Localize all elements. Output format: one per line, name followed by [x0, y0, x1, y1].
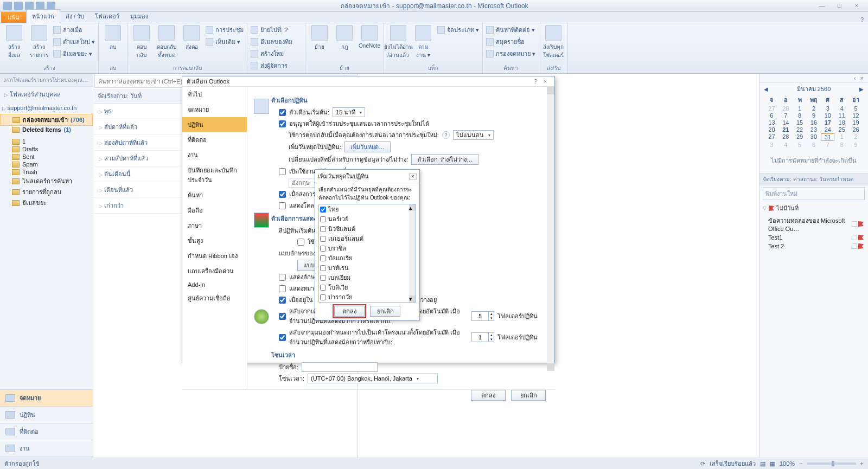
ribbon-small-button[interactable]: อีเมลขยะ ▾	[53, 49, 95, 59]
show-free-checkbox[interactable]	[279, 297, 286, 304]
calendar-day[interactable]: 27	[765, 133, 778, 141]
category-box[interactable]	[852, 221, 857, 227]
close-button[interactable]: ×	[850, 2, 864, 10]
calendar-day[interactable]: 9	[807, 112, 821, 119]
holiday-checkbox[interactable]	[320, 226, 326, 232]
calendar-day[interactable]: 5	[849, 105, 863, 112]
holiday-country-item[interactable]: นิวซีแลนด์	[319, 224, 416, 234]
tz-select[interactable]: (UTC+07:00) Bangkok, Hanoi, Jakarta	[308, 374, 438, 383]
calendar-day[interactable]: 9	[849, 142, 863, 148]
flag-icon[interactable]	[858, 235, 864, 240]
calendar-day[interactable]: 22	[793, 126, 807, 133]
holiday-country-item[interactable]: ไทย	[319, 204, 416, 214]
ribbon-small-button[interactable]: ค้นหาที่ติดต่อ ▾	[486, 25, 535, 35]
calendar-day[interactable]: 23	[807, 126, 821, 133]
minimize-button[interactable]: —	[815, 2, 829, 10]
ribbon-small-button[interactable]: ส่งผู้จัดการ	[251, 61, 302, 70]
options-sidebar-item[interactable]: ปฏิทิน	[182, 117, 247, 132]
category-box[interactable]	[852, 243, 857, 249]
calendar-day[interactable]: 2	[849, 133, 863, 141]
options-sidebar-item[interactable]: ภาษา	[182, 218, 247, 233]
nav-folder[interactable]: Sent	[0, 153, 93, 160]
nav-category[interactable]: จดหมาย	[0, 389, 93, 406]
todo-close-icon[interactable]: ×	[858, 75, 866, 81]
nav-folder[interactable]: โฟลเดอร์การค้นหา	[0, 176, 93, 187]
nav-category[interactable]: ที่ติดต่อ	[0, 423, 93, 440]
holiday-checkbox[interactable]	[320, 246, 326, 252]
options-sidebar-item[interactable]: ขั้นสูง	[182, 233, 247, 248]
holiday-checkbox[interactable]	[320, 294, 326, 300]
allow-propose-checkbox[interactable]	[279, 120, 286, 127]
file-tab[interactable]: แฟ้ม	[1, 12, 26, 23]
holiday-country-item[interactable]: บัลแกเรีย	[319, 253, 416, 263]
calendar-day[interactable]: 6	[807, 142, 821, 148]
ribbon-big-button[interactable]: ส่ง/รับทุก โฟลเดอร์	[542, 25, 564, 59]
options-sidebar-item[interactable]: ศูนย์ความเชื่อถือ	[182, 291, 247, 306]
ribbon-big-button[interactable]: กฎ	[334, 25, 355, 51]
options-ok-button[interactable]: ตกลง	[471, 390, 506, 401]
calendar-prev-icon[interactable]: ◀	[764, 86, 768, 92]
options-sidebar-item[interactable]: มือถือ	[182, 203, 247, 218]
category-box[interactable]	[852, 235, 857, 240]
calendar-day[interactable]: 19	[849, 119, 863, 126]
nav-account[interactable]: support@mailmaster.co.th	[0, 102, 93, 114]
calendar-day[interactable]: 16	[807, 119, 821, 126]
qat-icon[interactable]	[3, 2, 12, 10]
calendar-day[interactable]: 18	[835, 119, 848, 126]
ribbon-small-button[interactable]: ล่างเมื่อ	[53, 25, 95, 35]
ribbon-small-button[interactable]: ต่ำเมลใหม่ ▾	[53, 37, 95, 47]
reminder-select[interactable]: 15 นาที	[333, 107, 365, 117]
calendar-day[interactable]: 1	[793, 105, 807, 112]
ribbon-big-button[interactable]: สร้าง อีเมล	[3, 25, 25, 59]
scroll-up-icon[interactable]	[547, 87, 554, 94]
calendar-day[interactable]: 10	[821, 112, 834, 119]
options-help-icon[interactable]: ?	[531, 78, 540, 85]
ribbon-small-button[interactable]: สร้างใหม่	[251, 49, 302, 59]
help-button[interactable]: ?	[856, 16, 868, 23]
nav-folder[interactable]: Trash	[0, 168, 93, 176]
options-close-icon[interactable]: ×	[540, 78, 550, 85]
response-select[interactable]: ไม่แน่นอน	[453, 130, 494, 140]
task-sort-header[interactable]: จัดเรียงตาม: ค่าสถานะ: วันครบกำหนด	[760, 173, 868, 185]
nav-deleted[interactable]: Deleted Items (1)	[0, 126, 93, 133]
auto1-checkbox[interactable]	[279, 313, 286, 320]
nav-section-personal[interactable]: โฟลเดอร์ส่วนบุคคล	[0, 87, 93, 102]
auto2-spin[interactable]: ▴▾	[471, 332, 494, 342]
calendar-next-icon[interactable]: ▶	[859, 86, 864, 92]
nav-folder[interactable]: รายการที่ถูกลบ	[0, 187, 93, 197]
auto1-spin[interactable]: ▴▾	[471, 311, 494, 321]
calendar-grid[interactable]: จอพพฤศสอา2728123456789101112131415161718…	[760, 95, 868, 148]
auto2-checkbox[interactable]	[279, 334, 286, 341]
calendar-day[interactable]: 28	[779, 133, 793, 141]
freebusy-button[interactable]: ตัวเลือก ว่าง/ไม่ว่าง…	[411, 154, 478, 165]
send-invite-checkbox[interactable]	[279, 191, 286, 198]
auto2-value[interactable]	[472, 333, 488, 342]
options-sidebar-item[interactable]: จดหมาย	[182, 102, 247, 117]
ribbon-big-button[interactable]: ตอบ กลับ	[131, 25, 152, 59]
calendar-day[interactable]: 6	[765, 112, 778, 119]
calendar-day[interactable]: 1	[835, 133, 848, 141]
holidays-close-icon[interactable]: ×	[409, 173, 417, 180]
calendar-day[interactable]: 4	[779, 142, 793, 148]
reminder-checkbox[interactable]	[279, 109, 286, 116]
ribbon-big-button[interactable]: ตอบกลับ ทั้งหมด	[156, 25, 177, 59]
holiday-country-item[interactable]: โบลิเวีย	[319, 282, 416, 292]
nav-category[interactable]: ปฏิทิน	[0, 406, 93, 423]
calendar-day[interactable]: 29	[793, 133, 807, 141]
new-task-input[interactable]: พิมพ์งานใหม่	[763, 187, 865, 200]
holiday-country-item[interactable]: ปารากวัย	[319, 292, 416, 302]
ribbon-big-button[interactable]: OneNote	[359, 25, 380, 49]
calendar-day[interactable]: 12	[849, 112, 863, 119]
nav-category[interactable]: งาน	[0, 440, 93, 457]
calendar-day[interactable]: 2	[807, 105, 821, 112]
nav-folder[interactable]: Drafts	[0, 145, 93, 153]
ribbon-small-button[interactable]: การประชุม	[206, 25, 244, 35]
calendar-day[interactable]: 13	[765, 119, 778, 126]
holiday-checkbox[interactable]	[320, 255, 326, 261]
calendar-day[interactable]: 14	[779, 119, 793, 126]
task-item[interactable]: Test1	[760, 233, 868, 242]
nav-folder[interactable]: อีเมลขยะ	[0, 197, 93, 208]
maximize-button[interactable]: □	[832, 2, 846, 10]
nav-inbox[interactable]: กล่องจดหมายเข้า (706)	[0, 114, 93, 126]
qat-save-icon[interactable]	[14, 2, 23, 10]
